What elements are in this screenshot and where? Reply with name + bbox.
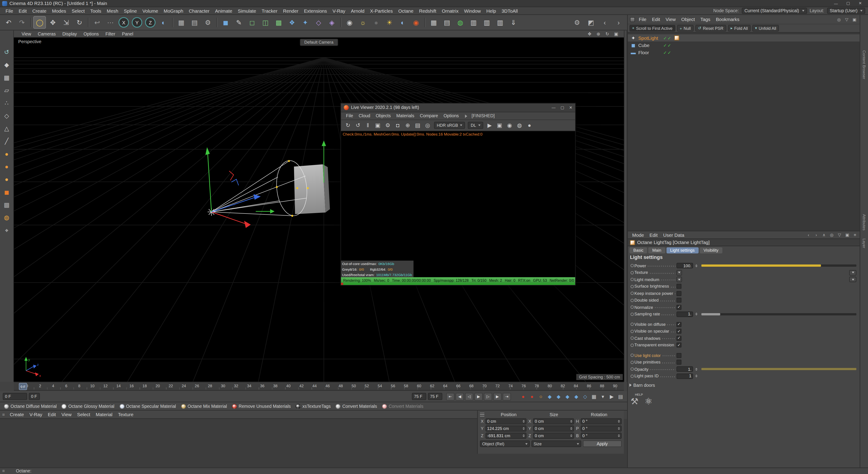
animation-dot-icon[interactable] [629,271,634,274]
vertical-tab[interactable]: Layer [862,239,866,248]
array-icon[interactable]: ▤ [440,16,453,29]
use-primitives-row[interactable]: Use primitives [629,359,856,366]
animation-dot-icon[interactable] [629,323,634,326]
ruler-icon[interactable]: ╱ [2,136,11,146]
checkbox[interactable] [677,291,682,296]
next-key-button[interactable]: ▶ [493,393,502,400]
menu-item[interactable]: Render [280,8,301,13]
close-button[interactable]: ✕ [855,0,866,6]
octane-diffuse-material-button[interactable]: Octane Diffuse Material [3,404,58,409]
plane-handle-z[interactable] [231,179,239,185]
material-menu-item[interactable]: Texture [115,412,136,417]
camera-icon[interactable]: ◉ [343,16,356,29]
pick-material-icon[interactable]: ◎ [423,121,432,130]
keep-instance-power-row[interactable]: Keep instance power [629,290,856,297]
am-tab[interactable]: Mode [629,232,647,238]
object-name[interactable]: Cube [638,42,662,48]
viewport-menu-item[interactable]: Cameras [34,31,59,36]
transparent-emission-row[interactable]: Transparent emission [629,342,856,349]
octane-tool-icon[interactable]: ◼ [2,187,11,197]
animation-dot-icon[interactable] [629,354,634,357]
menu-item[interactable]: Edit [16,8,29,13]
stepper[interactable] [523,434,525,437]
value-field[interactable]: 1. [677,367,693,372]
tool-icon[interactable] [339,17,343,28]
om-menu-item[interactable]: Tags [698,17,713,22]
animation-dot-icon[interactable] [629,312,634,316]
dropdown-arrow-icon[interactable] [677,270,682,275]
timeline-options-icon[interactable]: ▾ [599,393,607,400]
node-icon[interactable]: ⚛ [645,396,652,407]
animation-dot-icon[interactable] [629,343,634,347]
layout-dropdown[interactable]: Startup (User) [827,8,865,14]
lv-menu-item[interactable]: File [343,114,356,118]
volume-builder-icon[interactable]: ▩ [272,16,285,29]
menu-item[interactable]: Create [30,8,49,13]
stepper[interactable] [694,264,699,267]
remove-unused-materials-button[interactable]: Remove Unused Materials [231,404,292,409]
customize-icon[interactable]: ⚙ [571,16,583,29]
goto-start-button[interactable]: ⇤ [446,393,455,400]
octane-sphere-icon[interactable]: ● [2,149,11,159]
sky-icon[interactable]: ◐ [396,16,409,29]
maximize-button[interactable]: ▢ [842,0,854,6]
lv-menu-item[interactable]: Objects [373,114,394,118]
toggle-view-icon[interactable]: ▣ [613,31,619,37]
checkerboard-icon[interactable]: ▦ [428,16,440,29]
current-frame-field[interactable]: 0 F [3,393,27,400]
play-button[interactable]: ▶ [474,393,483,400]
value-field[interactable]: 100. [677,263,693,268]
object-row-spotlight[interactable]: ✦ SpotLight [628,34,860,41]
animation-dot-icon[interactable] [629,292,634,295]
pause-render-icon[interactable]: ‖ [363,121,373,130]
octane-environment-icon[interactable]: ◉ [410,16,422,29]
viewport-menu-item[interactable]: View [18,31,35,36]
render-picture-viewer-icon[interactable]: ▤ [188,16,201,29]
attribute-row[interactable] [629,318,856,321]
playhead[interactable]: 0 F [19,383,27,390]
am-up-icon[interactable]: ∧ [821,232,827,238]
size-field[interactable]: 0 cm [533,425,574,432]
lv-minimize-button[interactable]: — [552,105,555,110]
tab-basic[interactable]: Basic [629,247,647,253]
edges-mode-icon[interactable]: ◇ [2,111,11,121]
rotation-field[interactable]: 0 ° [581,418,622,424]
object-name[interactable]: SpotLight [638,35,662,41]
window-titlebar[interactable]: Cinema 4D R23.110 (RC) - [Untitled 1 *] … [0,0,868,7]
scroll-right-icon[interactable]: › [612,16,625,29]
render-ball-icon[interactable]: ● [525,121,534,130]
object-row-cube[interactable]: ◼ Cube [628,41,860,49]
pan-view-icon[interactable]: ✥ [586,31,593,37]
record-pla-icon[interactable]: ◇ [581,393,589,400]
lock-z-axis-button[interactable]: Z [145,17,156,28]
coords-size-dropdown[interactable]: Size [531,440,581,447]
menu-item[interactable]: Window [461,8,484,13]
octane-ring-icon[interactable]: ◍ [2,212,11,222]
subdivision-surface-icon[interactable]: ◻ [246,16,258,29]
symmetry-icon[interactable]: ◫ [259,16,272,29]
om-search-icon[interactable]: ◎ [836,16,842,22]
menu-item[interactable]: Modes [49,8,69,13]
stepper[interactable] [618,434,620,437]
extensions-icon[interactable]: ◩ [585,16,597,29]
stepper[interactable] [694,368,699,371]
viewport-menu-item[interactable]: Display [59,31,80,36]
wrench-icon[interactable]: ⚒ [630,396,638,407]
object-picker-icon[interactable]: ▶ [485,121,494,130]
lock-resolution-icon[interactable]: ◘ [393,121,403,130]
tab-light-settings[interactable]: Light settings [666,247,699,253]
export-icon[interactable]: ⇓ [507,16,520,29]
viewport-menu-item[interactable]: Options [80,31,102,36]
menu-item[interactable]: Select [69,8,88,13]
menu-item[interactable]: Redshift [416,8,439,13]
checkbox[interactable] [677,353,682,358]
viewport[interactable]: Perspective Default Camera Grid Spacing … [14,38,624,382]
xstexturetags-button[interactable]: xsTextureTags [295,404,332,409]
am-tab[interactable]: User Data [660,232,687,238]
enable-check-icons[interactable] [663,50,671,55]
kernel-settings-icon[interactable]: ⚙ [383,121,393,130]
am-filter-icon[interactable]: ▽ [836,232,842,238]
picture-viewer-icon[interactable]: ▥ [467,16,480,29]
group-title[interactable]: Light settings [630,255,662,260]
menu-item[interactable]: MoGraph [161,8,186,13]
